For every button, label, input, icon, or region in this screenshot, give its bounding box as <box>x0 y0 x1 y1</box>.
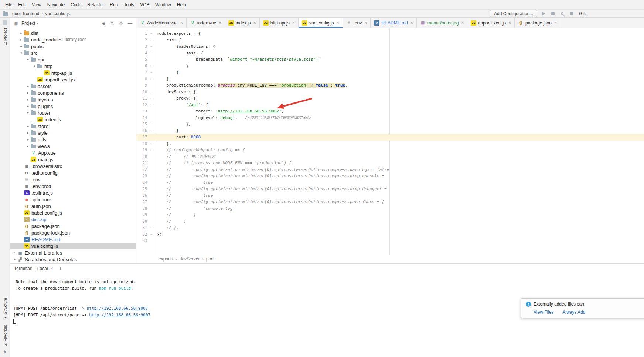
tree-item-http[interactable]: ▾http <box>10 63 136 70</box>
menu-item-help[interactable]: Help <box>174 1 189 9</box>
fold-marker-icon[interactable]: − <box>149 69 154 76</box>
debug-icon[interactable] <box>550 11 556 17</box>
chevron-down-icon[interactable]: ▾ <box>25 111 31 115</box>
search-icon[interactable] <box>559 11 565 17</box>
fold-marker-icon[interactable]: − <box>149 147 154 154</box>
code-line-8[interactable]: 8− }, <box>136 76 644 82</box>
editor[interactable]: 1−module.exports = {2− css: {3− loaderOp… <box>136 28 644 255</box>
menu-item-file[interactable]: File <box>2 1 15 9</box>
tree-item-assets[interactable]: ▸assets <box>10 83 136 90</box>
panel-title[interactable]: Project <box>21 21 35 26</box>
close-icon[interactable]: × <box>461 21 464 25</box>
tree-item-node_modules[interactable]: ▸node_moduleslibrary root <box>10 36 136 43</box>
tree-item-package.json[interactable]: {}package.json <box>10 223 136 229</box>
tree-item-src[interactable]: ▾src <box>10 50 136 56</box>
code-line-3[interactable]: 3− loaderOptions: { <box>136 43 644 50</box>
menu-item-vcs[interactable]: VCS <box>137 1 152 9</box>
tree-item-router[interactable]: ▾router <box>10 110 136 116</box>
settings-gear-icon[interactable]: ⚙ <box>119 21 123 26</box>
git-widget[interactable]: Git: <box>579 11 586 16</box>
code-line-21[interactable]: 21 // if (process.env.NODE_ENV === 'prod… <box>136 160 644 166</box>
tab-index.js[interactable]: JSindex.js× <box>225 18 260 28</box>
chevron-right-icon[interactable]: ▸ <box>12 251 17 255</box>
tree-item-readme.md[interactable]: MREADME.md <box>10 236 136 243</box>
tab-importexcel.js[interactable]: JSimportExcel.js× <box>467 18 515 28</box>
code-line-1[interactable]: 1−module.exports = { <box>136 30 644 37</box>
code-line-24[interactable]: 24 // true <box>136 179 644 186</box>
code-line-33[interactable]: 33 <box>136 238 644 244</box>
code-line-23[interactable]: 23 // config.optimization.minimizer[0].o… <box>136 173 644 179</box>
tab-http-api.js[interactable]: JShttp-api.js× <box>260 18 299 28</box>
tree-item-utils[interactable]: ▸utils <box>10 136 136 143</box>
chevron-down-icon[interactable]: ▾ <box>37 21 38 25</box>
menu-item-view[interactable]: View <box>29 1 44 9</box>
run-icon[interactable] <box>541 11 546 17</box>
close-icon[interactable]: × <box>410 21 413 25</box>
code-line-26[interactable]: 26 // true <box>136 192 644 199</box>
breadcrumb-devserver[interactable]: devServer <box>180 256 200 262</box>
chevron-right-icon[interactable]: ▸ <box>18 31 24 35</box>
chevron-right-icon[interactable]: ▸ <box>25 138 31 141</box>
fold-marker-icon[interactable]: − <box>149 89 154 95</box>
tree-item-store[interactable]: ▸store <box>10 123 136 129</box>
tab-index.vue[interactable]: Vindex.vue× <box>187 18 225 28</box>
tree-item-.browserslistrc[interactable]: ≣.browserslistrc <box>10 163 136 169</box>
close-icon[interactable]: × <box>50 266 53 271</box>
tree-item-dist[interactable]: ▸dist <box>10 30 136 36</box>
code-line-18[interactable]: 18− }, <box>136 141 644 147</box>
chevron-right-icon[interactable]: ▸ <box>25 124 31 128</box>
menu-item-code[interactable]: Code <box>68 1 84 9</box>
tree-item-package-lock.json[interactable]: {}package-lock.json <box>10 229 136 236</box>
tool-button-1-project[interactable]: 1: Project <box>3 28 7 45</box>
menu-item-tools[interactable]: Tools <box>121 1 137 9</box>
fold-marker-icon[interactable]: − <box>149 102 154 108</box>
code-line-4[interactable]: 4− sass: { <box>136 50 644 57</box>
fold-marker-icon[interactable]: − <box>149 43 154 50</box>
fold-marker-icon[interactable]: − <box>149 76 154 82</box>
hide-panel-icon[interactable]: — <box>128 21 132 26</box>
breadcrumb-exports[interactable]: exports <box>159 256 173 262</box>
fold-marker-icon[interactable]: − <box>149 37 154 44</box>
tree-item-external-libraries[interactable]: ▸▤External Libraries <box>10 249 136 256</box>
code-line-29[interactable]: 29 // ] <box>136 212 644 218</box>
tree-item-app.vue[interactable]: VApp.vue <box>10 149 136 156</box>
menu-item-window[interactable]: Window <box>152 1 174 9</box>
tab-readme.md[interactable]: MREADME.md× <box>371 18 416 28</box>
tree-item-components[interactable]: ▸components <box>10 90 136 96</box>
close-icon[interactable]: × <box>253 21 256 25</box>
tool-window-icon[interactable] <box>3 20 7 25</box>
tree-item-.env[interactable]: ≣.env <box>10 176 136 183</box>
breadcrumb-port[interactable]: port <box>206 256 214 262</box>
code-line-30[interactable]: 30 // } <box>136 218 644 225</box>
favorites-star-icon[interactable]: ★ <box>3 349 7 354</box>
stop-icon[interactable] <box>568 11 574 17</box>
chevron-down-icon[interactable]: ▾ <box>18 51 24 55</box>
close-icon[interactable]: × <box>337 21 339 25</box>
code-line-11[interactable]: 11− proxy: { <box>136 95 644 102</box>
menu-item-run[interactable]: Run <box>107 1 121 9</box>
code-line-27[interactable]: 27 // config.optimization.minimizer[0].o… <box>136 199 644 205</box>
code-line-22[interactable]: 22 // config.optimization.minimizer[0].o… <box>136 166 644 173</box>
tree-item-importexcel.js[interactable]: JSimportExcel.js <box>10 76 136 83</box>
code-line-10[interactable]: 10− devServer: { <box>136 89 644 95</box>
fold-marker-icon[interactable]: − <box>149 128 154 134</box>
tree-item-.editorconfig[interactable]: ⚙.editorconfig <box>10 169 136 176</box>
notification-action-always-add[interactable]: Always Add <box>562 310 585 315</box>
fold-marker-icon[interactable]: − <box>149 231 154 238</box>
tree-item-public[interactable]: ▸public <box>10 43 136 50</box>
code-line-7[interactable]: 7− } <box>136 69 644 76</box>
breadcrumb-file[interactable]: vue.config.js <box>45 11 70 16</box>
tool-button-2-favorites[interactable]: 2: Favorites <box>3 325 7 346</box>
tree-item-layouts[interactable]: ▸layouts <box>10 96 136 103</box>
tree-item-main.js[interactable]: JSmain.js <box>10 156 136 163</box>
close-icon[interactable]: × <box>364 21 367 25</box>
code-line-12[interactable]: 12− '/api': { <box>136 102 644 108</box>
chevron-right-icon[interactable]: ▸ <box>25 131 31 135</box>
tree-item-.env.prod[interactable]: ≣.env.prod <box>10 183 136 189</box>
fold-marker-icon[interactable]: − <box>149 50 154 57</box>
close-icon[interactable]: × <box>508 21 511 25</box>
tree-item-style[interactable]: ▸style <box>10 129 136 136</box>
close-icon[interactable]: × <box>180 21 183 25</box>
chevron-right-icon[interactable]: ▸ <box>25 84 31 88</box>
tree-item-api[interactable]: ▾api <box>10 56 136 63</box>
